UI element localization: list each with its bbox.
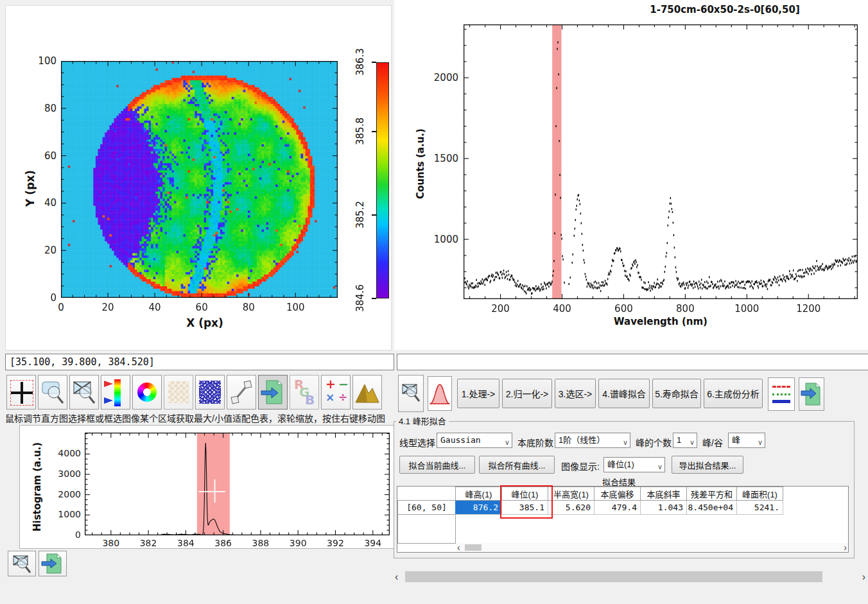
tick-label: 380 bbox=[96, 538, 126, 548]
tick-label: 392 bbox=[320, 538, 351, 548]
colorbar-tick-label: 384.6 bbox=[354, 279, 366, 318]
tab-pca[interactable]: 6.主成份分析 bbox=[704, 379, 763, 408]
tick-label: 394 bbox=[358, 538, 388, 548]
peak-fit-tool-button[interactable] bbox=[428, 376, 452, 411]
tick-label: 382 bbox=[133, 538, 164, 548]
column-header: 残差平方和 bbox=[686, 487, 737, 501]
tab-peak-fitting[interactable]: 4.谱峰拟合 bbox=[598, 379, 650, 408]
right-statusbar[interactable] bbox=[397, 354, 868, 370]
table-cell-fwhm[interactable]: 5.620 bbox=[548, 501, 595, 515]
tick-label: 40 bbox=[18, 197, 56, 209]
spectrum-export-button[interactable] bbox=[799, 377, 824, 411]
color-wheel-button[interactable] bbox=[132, 375, 162, 410]
histogram-y-axis-label: Histogram (a.u.) bbox=[31, 438, 43, 535]
zoom-reset-icon bbox=[8, 551, 35, 576]
heatmap-plot[interactable] bbox=[61, 61, 338, 298]
zoom-reset-button[interactable] bbox=[69, 375, 99, 410]
line-type-label: 线型选择 bbox=[399, 436, 435, 449]
baseline-order-select[interactable]: 1阶（线性）∨ bbox=[555, 433, 630, 448]
tick-label: 1500 bbox=[420, 153, 458, 164]
table-hscrollbar[interactable]: ‹ › bbox=[456, 543, 848, 552]
peak-count-select[interactable]: 1∨ bbox=[673, 433, 697, 448]
surface-3d-button[interactable] bbox=[352, 375, 382, 410]
display-mode-select[interactable]: 峰位(1)∨ bbox=[603, 457, 665, 472]
toolbar-hint-text: 鼠标调节直方图选择框或框选图像某个区域获取最大/小值适配色表，滚轮缩放，按住右键… bbox=[5, 411, 385, 424]
table-cell-baseline-slope[interactable]: 1.043 bbox=[641, 501, 687, 515]
tick-label: 388 bbox=[245, 538, 276, 548]
color-wheel-icon bbox=[137, 383, 157, 402]
table-row-header-empty bbox=[397, 514, 456, 544]
histogram-zoom-reset-button[interactable] bbox=[8, 551, 36, 576]
tick-label: 100 bbox=[280, 302, 311, 313]
column-header: 本底斜率 bbox=[640, 487, 687, 501]
table-cell-peak-height[interactable]: 876.2 bbox=[455, 501, 502, 515]
tick-label: 1200 bbox=[793, 303, 824, 315]
table-hscrollbar-thumb[interactable] bbox=[465, 544, 482, 551]
zoom-reset-icon bbox=[70, 375, 98, 409]
export-image-button[interactable] bbox=[258, 375, 288, 410]
zoom-box-button[interactable] bbox=[38, 375, 67, 410]
chevron-down-icon: ∨ bbox=[758, 435, 763, 448]
table-row-header[interactable]: [60, 50] bbox=[397, 500, 456, 515]
wave-pattern-button[interactable] bbox=[195, 375, 225, 410]
scroll-left-icon[interactable]: ‹ bbox=[457, 541, 460, 554]
tick-label: 80 bbox=[18, 103, 56, 114]
display-mode-label: 图像显示: bbox=[561, 460, 600, 472]
rgb-channels-button[interactable]: R G B bbox=[290, 375, 319, 410]
tick-label: 400 bbox=[547, 303, 578, 315]
histogram-export-button[interactable] bbox=[39, 551, 67, 576]
color-scale-button[interactable] bbox=[101, 375, 130, 410]
colorbar-tick bbox=[372, 298, 376, 299]
colorbar[interactable] bbox=[376, 62, 389, 298]
main-hscrollbar-thumb[interactable] bbox=[405, 571, 822, 582]
math-operations-button[interactable]: + − × ÷ bbox=[321, 375, 351, 410]
column-header: 半高宽(1) bbox=[548, 487, 595, 501]
column-header: 峰位(1) bbox=[501, 487, 548, 501]
app-window: Y (px) X (px) 1-750cm-60x50-2s-0[60,50] … bbox=[0, 0, 868, 604]
colorbar-tick bbox=[372, 214, 376, 216]
fit-all-curves-button[interactable]: 拟合所有曲线... bbox=[479, 456, 555, 474]
tick-label: 1000 bbox=[731, 303, 762, 315]
table-cell-baseline-offset[interactable]: 479.4 bbox=[595, 501, 641, 515]
table-cell-peak-position[interactable]: 385.1 bbox=[502, 501, 548, 515]
table-cell-peak-area[interactable]: 5241. bbox=[737, 501, 783, 515]
histogram-plot[interactable] bbox=[85, 433, 390, 535]
heatmap-x-axis-label: X (px) bbox=[160, 316, 250, 329]
scroll-left-icon[interactable]: ‹ bbox=[395, 571, 398, 583]
line-type-select[interactable]: Gaussian∨ bbox=[437, 433, 512, 448]
measure-button[interactable] bbox=[227, 375, 256, 410]
tick-label: 1000 bbox=[420, 234, 458, 245]
tick-label: 60 bbox=[18, 150, 56, 162]
tick-label: 600 bbox=[608, 303, 639, 315]
main-hscrollbar[interactable]: ‹ › bbox=[395, 570, 865, 584]
table-cell-residual[interactable]: 8.450e+04 bbox=[687, 501, 737, 515]
crosshair-icon bbox=[10, 380, 33, 406]
spectrum-zoom-reset-button[interactable] bbox=[398, 375, 424, 412]
crosshair-button[interactable] bbox=[6, 375, 36, 410]
texture-button[interactable] bbox=[164, 375, 193, 410]
chevron-down-icon: ∨ bbox=[505, 435, 510, 448]
fit-current-curve-button[interactable]: 拟合当前曲线... bbox=[399, 456, 475, 474]
curve-styles-button[interactable] bbox=[768, 377, 795, 411]
peak-fit-icon bbox=[428, 377, 451, 410]
heatmap-y-axis-label: Y (px) bbox=[24, 153, 37, 224]
column-header: 本底偏移 bbox=[594, 487, 641, 501]
tab-normalize[interactable]: 2.归一化-> bbox=[502, 379, 552, 408]
tab-process[interactable]: 1.处理-> bbox=[457, 379, 499, 408]
spectrum-plot[interactable] bbox=[464, 24, 858, 299]
colorbar-tick-label: 386.3 bbox=[354, 43, 366, 82]
peak-fit-section-title: 4.1 峰形拟合 bbox=[396, 415, 449, 427]
chevron-down-icon: ∨ bbox=[623, 435, 628, 448]
scroll-right-icon[interactable]: › bbox=[844, 541, 847, 554]
peak-valley-select[interactable]: 峰∨ bbox=[728, 433, 765, 448]
scroll-right-icon[interactable]: › bbox=[862, 571, 865, 583]
export-fit-results-button[interactable]: 导出拟合结果... bbox=[672, 456, 743, 474]
cursor-position-statusbar[interactable]: [35.100, 39.800, 384.520] bbox=[5, 354, 394, 370]
peak-count-label: 峰的个数 bbox=[636, 436, 672, 449]
tick-label: 800 bbox=[670, 303, 700, 315]
tab-lifetime-fitting[interactable]: 5.寿命拟合 bbox=[652, 379, 701, 408]
zoom-box-icon bbox=[39, 375, 67, 409]
colorbar-tick-label: 385.8 bbox=[354, 112, 366, 151]
tab-region-select[interactable]: 3.选区-> bbox=[555, 379, 596, 408]
tick-label: 0 bbox=[42, 530, 81, 540]
